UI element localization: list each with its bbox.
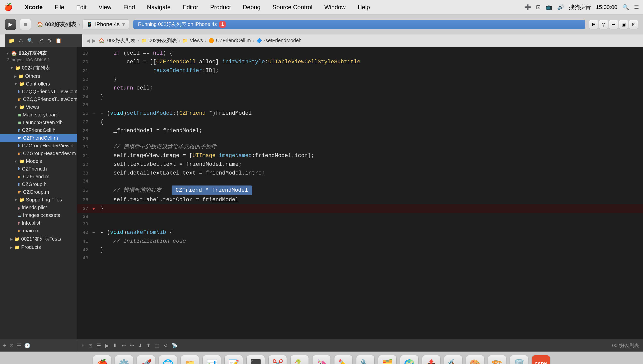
breakpoint-icon[interactable]: ⊙ (46, 37, 52, 45)
menubar-help[interactable]: Help (356, 3, 372, 12)
breadcrumb-method[interactable]: -setFriendModel: (264, 38, 301, 44)
debug-antenna-btn[interactable]: 📡 (172, 342, 178, 348)
code-editor[interactable]: 19 if (cell == nil) { 20 cell = [[CZFrie… (77, 47, 643, 339)
back-icon[interactable]: ↩ (609, 20, 618, 29)
dock-safari[interactable]: 🌐 (159, 355, 177, 364)
menubar-file[interactable]: File (53, 3, 66, 12)
dock-system-prefs[interactable]: ⚙️ (115, 355, 133, 364)
sidebar-item-main-group[interactable]: ▼ 📁 002好友列表 (0, 64, 77, 72)
sidebar-item-supporting-files[interactable]: ▼ 📁 Supporting Files (0, 196, 77, 204)
sidebar-item-czgroupheaderview-m[interactable]: m CZGroupHeaderView.m (0, 150, 77, 157)
debug-step-into-btn[interactable]: ↪ (130, 342, 134, 348)
navigator-toggle[interactable]: ⊞ (589, 20, 598, 29)
menubar-find[interactable]: Find (122, 3, 137, 12)
sidebar-item-czgroup-h[interactable]: h CZGroup.h (0, 180, 77, 188)
sidebar-item-controllers[interactable]: ▼ 📁 Controllers (0, 80, 77, 88)
debug-toggle[interactable]: ◎ (599, 20, 608, 29)
hamburger-icon[interactable]: ☰ (634, 4, 639, 10)
volume-icon[interactable]: 🔊 (557, 4, 564, 10)
menubar-xcode[interactable]: Xcode (23, 3, 45, 12)
debug-location-btn[interactable]: ⊲ (163, 342, 168, 348)
sidebar-item-czgroupheaderview-h[interactable]: h CZGroupHeaderView.h (0, 142, 77, 150)
menubar-view[interactable]: View (97, 3, 114, 12)
menubar-window[interactable]: Window (322, 3, 347, 12)
filter-results-button[interactable]: ☰ (17, 342, 21, 348)
sidebar-item-others[interactable]: ▶ 📁 Others (0, 72, 77, 80)
breadcrumb-project[interactable]: 002好友列表 (107, 37, 136, 44)
dock-item11[interactable]: 🦄 (313, 355, 330, 364)
sidebar-item-czfriendcell-m[interactable]: m CZFriendCell.m (0, 134, 77, 142)
sidebar-item-views[interactable]: ▼ 📁 Views (0, 103, 77, 111)
breadcrumb-views[interactable]: Views (190, 38, 203, 44)
warning-icon[interactable]: ⚠ (18, 37, 24, 45)
sidebar-item-main-storyboard[interactable]: ◼ Main.storyboard (0, 111, 77, 119)
sidebar-item-czfriend-m[interactable]: m CZFriend.m (0, 173, 77, 180)
debug-step-up-btn[interactable]: ⬆ (146, 342, 151, 348)
dock-item18[interactable]: 🎨 (466, 355, 484, 364)
sidebar-item-products[interactable]: ▶ 📁 Products (0, 243, 77, 251)
search-icon[interactable]: 🔍 (26, 37, 35, 45)
dock-filezilla[interactable]: 🔧 (356, 355, 374, 364)
sidebar-item-czfriend-h[interactable]: h CZFriend.h (0, 165, 77, 173)
airplay-icon[interactable]: 📺 (545, 4, 552, 10)
sidebar-item-main-m[interactable]: m main.m (0, 227, 77, 234)
debug-split-btn[interactable]: ◫ (155, 342, 159, 348)
dock-finder[interactable]: 🍎 (93, 355, 111, 364)
run-button[interactable]: ▶ (5, 19, 16, 30)
debug-step-over-btn[interactable]: ↩ (122, 342, 126, 348)
inspector-toggle[interactable]: ▣ (619, 20, 628, 29)
dock-item10[interactable]: 🐍 (291, 355, 309, 364)
search-menubar-icon[interactable]: 🔍 (622, 4, 629, 10)
menubar-navigate[interactable]: Navigate (145, 3, 173, 12)
menubar-editor[interactable]: Editor (181, 3, 200, 12)
debug-list-btn[interactable]: ☰ (97, 342, 101, 348)
project-label[interactable]: 002好友列表 (19, 50, 47, 56)
dock-item16[interactable]: 📤 (422, 355, 440, 364)
fullscreen-icon[interactable]: ⊡ (536, 4, 540, 10)
debug-pause-btn[interactable]: ⏸ (113, 342, 118, 348)
debug-grid-btn[interactable]: ⊡ (88, 342, 93, 348)
sidebar-item-info-plist[interactable]: p Info.plist (0, 219, 77, 227)
device-selector[interactable]: 📱 iPhone 4s ▾ (82, 20, 129, 30)
dock-files[interactable]: 📁 (181, 355, 199, 364)
dock-trash[interactable]: 🗑️ (510, 355, 528, 364)
search-recent-button[interactable]: 🕐 (24, 342, 31, 348)
dock-excel[interactable]: 📊 (203, 355, 221, 364)
add-file-button[interactable]: + (3, 342, 7, 349)
apple-menu-icon[interactable]: 🍎 (4, 3, 13, 11)
branch-icon[interactable]: ⎇ (37, 37, 44, 45)
sidebar-item-launchscreen[interactable]: ◼ LaunchScreen.xib (0, 119, 77, 126)
sidebar-item-czgroup-m[interactable]: m CZGroup.m (0, 188, 77, 196)
sidebar-item-models[interactable]: ▼ 📁 Models (0, 157, 77, 165)
dock-item14[interactable]: 🗂️ (378, 355, 396, 364)
notification-icon[interactable]: ➕ (524, 4, 531, 10)
nav-back[interactable]: ◀ (86, 38, 90, 44)
dock-launchpad[interactable]: 🚀 (137, 355, 155, 364)
folder-icon[interactable]: 📁 (8, 37, 16, 45)
autocomplete-popup[interactable]: CZFriend * friendModel (172, 186, 252, 195)
dock-onenote[interactable]: 📝 (225, 355, 243, 364)
sidebar-item-friends-plist[interactable]: p friends.plist (0, 204, 77, 212)
dock-item15[interactable]: 🌍 (400, 355, 418, 364)
sidebar-item-images-xcassets[interactable]: ☰ Images.xcassets (0, 212, 77, 219)
debug-step-down-btn[interactable]: ⬇ (138, 342, 142, 348)
breadcrumb-file[interactable]: CZFriendCell.m (216, 38, 251, 44)
menubar-edit[interactable]: Edit (74, 3, 89, 12)
dock-csdn[interactable]: CSDN (532, 355, 550, 364)
dock-terminal[interactable]: ⬛ (247, 355, 265, 364)
nav-forward[interactable]: ▶ (92, 38, 96, 44)
debug-add-btn[interactable]: + (81, 342, 84, 348)
dock-item17[interactable]: 🔨 (444, 355, 462, 364)
debug-play-btn[interactable]: ▶ (105, 342, 109, 348)
menubar-debug[interactable]: Debug (241, 3, 263, 12)
utility-toggle[interactable]: ⊡ (629, 20, 638, 29)
dock-item9[interactable]: ✂️ (269, 355, 287, 364)
menubar-product[interactable]: Product (208, 3, 233, 12)
breadcrumb-group[interactable]: 002好友列表 (148, 37, 177, 44)
sidebar-item-czqqfriends-m[interactable]: m CZQQFriendsT...ewController.m (0, 96, 77, 103)
dock-item12[interactable]: ✏️ (334, 355, 352, 364)
report-icon[interactable]: 📋 (54, 37, 63, 45)
stop-button[interactable]: ■ (20, 19, 31, 30)
sidebar-item-tests[interactable]: ▶ 📁 002好友列表Tests (0, 234, 77, 243)
menubar-source-control[interactable]: Source Control (270, 3, 314, 12)
